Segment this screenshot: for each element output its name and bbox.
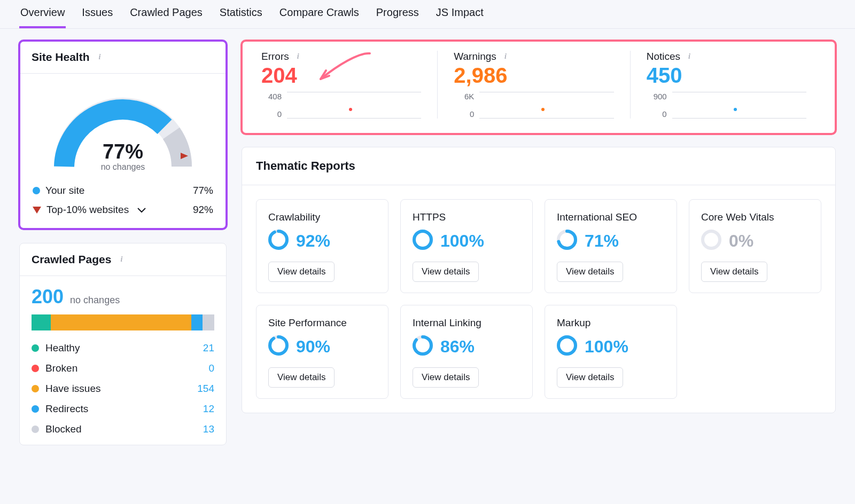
report-value: 100%	[440, 231, 484, 251]
tab-progress[interactable]: Progress	[375, 6, 420, 28]
report-site-performance: Site Performance90%View details	[256, 305, 388, 399]
crawled-pages-bar	[32, 314, 214, 330]
crawled-pages-item-healthy[interactable]: Healthy21	[32, 342, 214, 354]
crawled-pages-item-label: Blocked	[45, 423, 82, 435]
stat-warnings-value: 2,986	[454, 64, 613, 88]
legend-top10-value: 92%	[193, 204, 213, 216]
crawled-pages-item-label: Healthy	[45, 342, 80, 354]
tab-statistics[interactable]: Statistics	[219, 6, 263, 28]
triangle-down-icon	[33, 207, 41, 214]
legend-top10[interactable]: Top-10% websites 92%	[33, 204, 213, 216]
dot-icon	[32, 385, 39, 392]
crawled-pages-total[interactable]: 200	[32, 286, 64, 308]
crawled-pages-item-broken[interactable]: Broken0	[32, 363, 214, 374]
tab-compare-crawls[interactable]: Compare Crawls	[278, 6, 360, 28]
legend-your-site[interactable]: Your site 77%	[33, 185, 213, 196]
crawled-pages-item-haveIssues[interactable]: Have issues154	[32, 383, 214, 395]
info-icon[interactable]	[501, 52, 510, 61]
ring-icon	[413, 230, 433, 252]
crawled-pages-item-value: 154	[188, 383, 214, 395]
stat-notices[interactable]: Notices 450 900 0	[630, 51, 822, 119]
svg-point-14	[558, 337, 576, 354]
tab-js-impact[interactable]: JS Impact	[435, 6, 485, 28]
crawled-pages-item-label: Redirects	[45, 403, 88, 415]
report-markup: Markup100%View details	[545, 305, 677, 399]
svg-point-4	[414, 231, 431, 248]
ring-icon	[557, 335, 577, 358]
site-health-card: Site Health	[19, 41, 227, 229]
dot-icon	[33, 187, 40, 194]
stat-warnings[interactable]: Warnings 2,986 6K 0	[437, 51, 629, 119]
svg-point-7	[703, 231, 720, 248]
crawled-pages-item-blocked[interactable]: Blocked13	[32, 423, 214, 435]
ring-icon	[268, 230, 289, 252]
chevron-down-icon[interactable]	[137, 204, 146, 216]
crawled-pages-title: Crawled Pages	[32, 253, 111, 266]
view-details-button[interactable]: View details	[268, 262, 335, 282]
report-value: 71%	[585, 231, 619, 251]
legend-your-site-value: 77%	[193, 185, 213, 196]
crawled-pages-card: Crawled Pages 200 no changes Healthy21Br…	[19, 243, 227, 445]
stat-notices-label: Notices	[647, 51, 680, 62]
view-details-button[interactable]: View details	[413, 262, 479, 282]
tab-crawled-pages[interactable]: Crawled Pages	[129, 6, 204, 28]
report-value: 0%	[729, 231, 753, 251]
bar-segment-blocked[interactable]	[203, 314, 214, 330]
report-core-web-vitals: Core Web Vitals0%View details	[689, 199, 821, 293]
report-intl-seo: International SEO71%View details	[545, 199, 677, 293]
legend-your-site-label: Your site	[45, 185, 84, 196]
report-title: Site Performance	[268, 317, 376, 329]
svg-point-12	[414, 337, 431, 354]
dot-icon	[32, 405, 39, 413]
sparkline	[287, 92, 421, 119]
tab-overview[interactable]: Overview	[19, 6, 66, 28]
stat-warnings-max: 6K	[454, 92, 474, 101]
report-value: 86%	[440, 337, 475, 357]
ring-icon	[557, 230, 577, 252]
bar-segment-haveIssues[interactable]	[51, 314, 191, 330]
info-icon[interactable]	[116, 255, 126, 264]
report-crawlability: Crawlability92%View details	[256, 199, 388, 293]
site-health-title: Site Health	[32, 51, 90, 64]
tabs: OverviewIssuesCrawled PagesStatisticsCom…	[0, 0, 855, 29]
site-health-percent: 77%	[48, 140, 198, 163]
tab-issues[interactable]: Issues	[81, 6, 114, 28]
stat-warnings-label: Warnings	[454, 51, 496, 62]
stat-notices-value: 450	[647, 64, 806, 88]
ring-icon	[268, 335, 289, 358]
stat-notices-min: 0	[647, 109, 667, 119]
view-details-button[interactable]: View details	[557, 367, 623, 388]
site-health-sub: no changes	[48, 162, 198, 172]
stat-errors-max: 408	[261, 92, 282, 101]
bar-segment-healthy[interactable]	[32, 314, 51, 330]
stat-notices-max: 900	[647, 92, 667, 101]
site-health-gauge: 77% no changes	[48, 86, 198, 172]
sparkline	[479, 92, 613, 119]
info-icon[interactable]	[95, 52, 105, 62]
crawled-pages-item-label: Broken	[45, 363, 77, 374]
report-internal-linking: Internal Linking86%View details	[400, 305, 533, 399]
view-details-button[interactable]: View details	[413, 367, 479, 388]
report-title: Core Web Vitals	[701, 211, 809, 223]
crawled-pages-item-label: Have issues	[45, 383, 101, 395]
info-icon[interactable]	[685, 52, 694, 61]
crawled-pages-item-value: 0	[188, 363, 214, 374]
info-icon[interactable]	[293, 52, 303, 61]
stat-errors-label: Errors	[261, 51, 289, 62]
view-details-button[interactable]: View details	[557, 262, 623, 282]
report-value: 100%	[585, 337, 628, 357]
dot-icon	[32, 344, 39, 352]
crawled-pages-item-redirects[interactable]: Redirects12	[32, 403, 214, 415]
view-details-button[interactable]: View details	[701, 262, 767, 282]
report-title: Crawlability	[268, 211, 376, 223]
stat-errors-min: 0	[261, 109, 282, 119]
crawled-pages-item-value: 12	[188, 403, 214, 415]
report-title: Internal Linking	[413, 317, 520, 329]
report-value: 92%	[296, 231, 330, 251]
stat-errors[interactable]: Errors 204 408 0	[255, 51, 437, 119]
report-title: Markup	[557, 317, 665, 329]
view-details-button[interactable]: View details	[268, 367, 335, 388]
stat-warnings-min: 0	[454, 109, 474, 119]
thematic-reports-title: Thematic Reports	[242, 147, 835, 185]
bar-segment-redirects[interactable]	[191, 314, 203, 330]
